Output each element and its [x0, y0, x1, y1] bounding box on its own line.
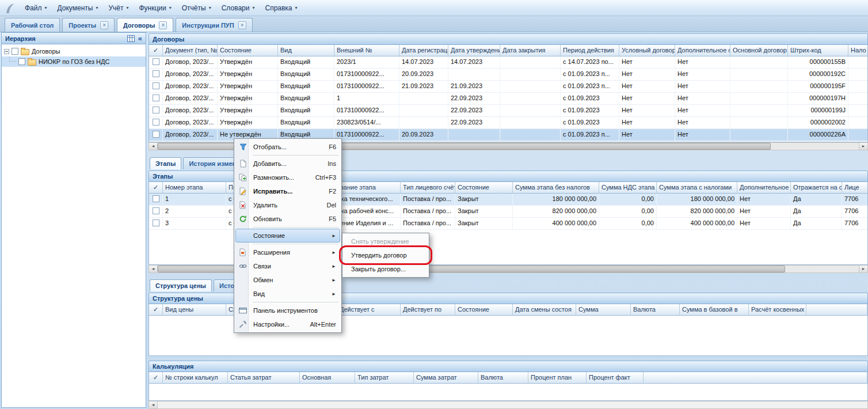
column-header[interactable]: Сумма НДС этапа [599, 182, 657, 194]
row-checkbox[interactable] [153, 207, 159, 214]
row-checkbox[interactable] [153, 70, 159, 77]
column-header[interactable]: Номер этапа [163, 182, 226, 194]
column-header[interactable]: Документ (тип, № [163, 45, 218, 56]
column-header[interactable]: Процент план [528, 372, 587, 384]
column-header[interactable]: Отражается на су [791, 182, 842, 194]
menu-item-duplicate[interactable]: Размножить...Ctrl+F3 [235, 171, 340, 184]
scroll-right-icon[interactable]: ► [859, 143, 867, 150]
column-header[interactable]: Валюта [478, 372, 528, 384]
tree-checkbox[interactable] [12, 48, 18, 55]
table-row-3[interactable]: Договор, 2023/...УтверждёнВходящий017310… [149, 81, 867, 93]
column-header[interactable]: Штрих-код [788, 45, 848, 56]
row-checkbox[interactable] [153, 58, 159, 65]
column-header[interactable]: Дата закрытия [500, 45, 561, 56]
menu-item-toolbar[interactable]: Панель инструментов [235, 304, 340, 317]
row-checkbox[interactable] [153, 119, 159, 126]
tab-desktop[interactable]: Рабочий стол [5, 18, 60, 32]
column-header[interactable]: Условный договор [619, 45, 675, 56]
tree-item-1[interactable]: Договоры [2, 46, 146, 56]
collapse-panel-icon[interactable]: « [138, 36, 142, 41]
menu-item-select[interactable]: Отобрать...F6 [235, 140, 340, 154]
close-icon[interactable]: × [159, 21, 167, 29]
scroll-left-icon[interactable]: ◄ [149, 143, 158, 150]
column-header[interactable]: Сумма затрат [414, 372, 478, 384]
column-header[interactable]: Период действия [561, 45, 619, 56]
menubar-item-4[interactable]: Функции▾ [134, 1, 176, 15]
column-header[interactable]: Нало [848, 45, 868, 56]
column-header[interactable]: Валюта [631, 304, 680, 316]
column-header[interactable]: Расчёт косвенных [749, 304, 806, 316]
column-header[interactable]: Сумма в базовой в [680, 304, 749, 316]
table-row-5[interactable]: Договор, 2023/...УтверждёнВходящий017310… [149, 105, 867, 117]
column-header[interactable]: Основной договор [730, 45, 788, 56]
column-header[interactable]: Статья затрат [228, 372, 300, 384]
row-checkbox[interactable] [153, 195, 159, 202]
menubar-item-7[interactable]: Справка▾ [260, 1, 302, 15]
row-checkbox[interactable] [153, 219, 159, 226]
select-all-column-header[interactable]: ✓ [149, 45, 163, 56]
grid-view-icon[interactable] [127, 35, 135, 42]
menubar-item-3[interactable]: Учёт▾ [103, 1, 134, 15]
table-row-6[interactable]: Договор, 2023/...УтверждёнВходящий230823… [149, 117, 867, 129]
select-all-column-header[interactable]: ✓ [149, 372, 163, 384]
column-header[interactable]: Вид [278, 45, 334, 56]
column-header[interactable]: Сумма этапа без налогов [513, 182, 599, 194]
table-row-1[interactable]: Договор, 2023/...УтверждёнВходящий2023/1… [149, 56, 867, 69]
tab-contracts[interactable]: Договоры× [117, 18, 173, 32]
menubar-item-2[interactable]: Документы▾ [52, 1, 104, 15]
column-header[interactable]: Действует по [401, 304, 455, 316]
scroll-right-icon[interactable]: ► [859, 266, 867, 272]
column-header[interactable]: Лице [842, 182, 868, 194]
tab-price-structure[interactable]: Структура цены [150, 279, 212, 291]
close-icon[interactable]: × [238, 21, 246, 29]
scroll-left-icon[interactable]: ◄ [149, 266, 158, 272]
menu-item-relations[interactable]: Связи► [235, 259, 340, 273]
row-checkbox[interactable] [153, 94, 159, 101]
select-all-column-header[interactable]: ✓ [149, 182, 163, 194]
column-header[interactable]: Дополнительное с [737, 182, 791, 194]
tree-item-2[interactable]: НИОКР по ГОЗ без НДС [2, 56, 146, 67]
column-header[interactable]: Тип лицевого счёт [401, 182, 455, 194]
menubar-item-1[interactable]: Файл▾ [20, 1, 52, 15]
column-header[interactable]: Сумма [576, 304, 631, 316]
column-header[interactable]: Состояние [455, 182, 513, 194]
column-header[interactable]: Основная [300, 372, 355, 384]
calculation-hscrollbar[interactable]: ◄ [149, 401, 868, 409]
tree-expander-icon[interactable] [4, 49, 9, 54]
tree-checkbox[interactable] [18, 58, 25, 65]
close-icon[interactable]: × [100, 21, 108, 29]
menubar-item-5[interactable]: Отчёты▾ [177, 1, 216, 15]
column-header[interactable]: Сумма этапа с налогами [657, 182, 737, 194]
tab-pup-instructions[interactable]: Инструкции ПУП× [176, 18, 252, 32]
row-checkbox[interactable] [153, 107, 159, 113]
menu-item-refresh[interactable]: ОбновитьF5 [235, 212, 340, 226]
column-header[interactable]: Тип затрат [355, 372, 414, 384]
menu-item-settings[interactable]: Настройки...Alt+Enter [235, 317, 340, 331]
menu-item-exchange[interactable]: Обмен► [235, 273, 340, 287]
table-row-4[interactable]: Договор, 2023/...УтверждёнВходящий122.09… [149, 93, 867, 105]
tab-projects[interactable]: Проекты× [62, 18, 115, 32]
table-row-2[interactable]: Договор, 2023/...УтверждёнВходящий017310… [149, 69, 867, 81]
column-header[interactable]: Состояние [455, 304, 513, 316]
row-checkbox[interactable] [153, 131, 159, 138]
column-header[interactable]: Дата смены состоя [513, 304, 576, 316]
menu-item-edit[interactable]: Исправить...F2 [235, 184, 340, 198]
column-header[interactable]: Состояние [218, 45, 278, 56]
column-header[interactable]: Дата утверждения [448, 45, 500, 56]
column-header[interactable]: № строки калькул [163, 372, 228, 384]
column-header[interactable]: Дополнительное с [675, 45, 730, 56]
row-checkbox[interactable] [153, 82, 159, 89]
scroll-left-icon[interactable]: ◄ [149, 402, 158, 408]
menu-item-delete[interactable]: УдалитьDel [235, 198, 340, 212]
column-header[interactable]: Дата регистрации [399, 45, 448, 56]
column-header[interactable]: Вид цены [163, 304, 226, 316]
column-header[interactable]: Действует с [337, 304, 401, 316]
column-header[interactable]: Процент факт [587, 372, 644, 384]
column-header[interactable]: Внешний № [334, 45, 399, 56]
menu-item-state[interactable]: Состояние► [235, 229, 340, 243]
tab-stages[interactable]: Этапы [150, 157, 181, 169]
menu-item-view[interactable]: Вид► [235, 287, 340, 301]
menu-item-extensions[interactable]: Расширения► [235, 245, 340, 259]
select-all-column-header[interactable]: ✓ [149, 304, 163, 316]
menubar-item-6[interactable]: Словари▾ [216, 1, 260, 15]
